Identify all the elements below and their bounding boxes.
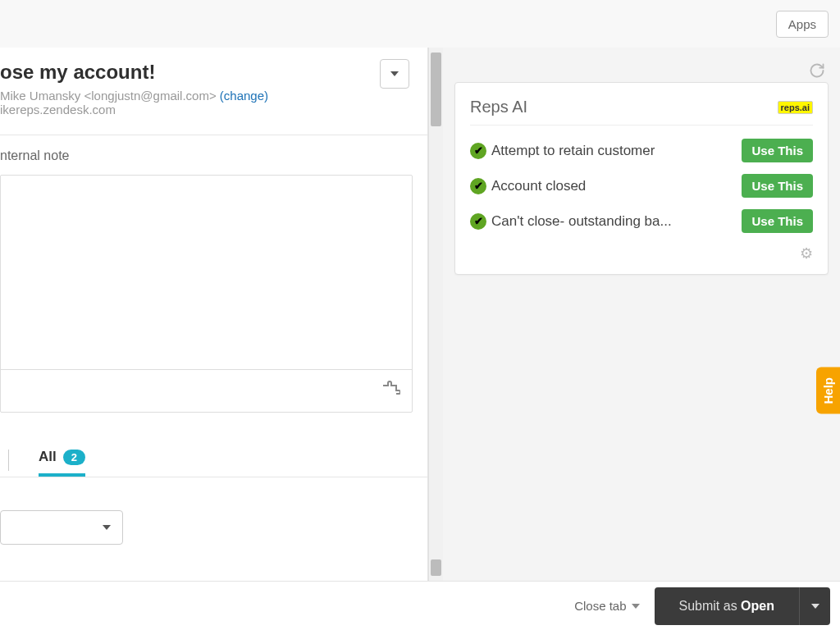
collapse-header-button[interactable] — [380, 59, 409, 89]
reps-ai-card: Reps AI reps.ai ✔ Attempt to retain cust… — [454, 82, 829, 275]
chevron-down-icon — [103, 525, 111, 530]
compose-textarea[interactable] — [1, 176, 412, 369]
scrollbar[interactable] — [428, 48, 443, 581]
ticket-subject: ose my account! — [0, 61, 413, 84]
ticket-requester: Mike Umansky <longjustn@gmail.com> (chan… — [0, 89, 413, 103]
ticket-header: ose my account! Mike Umansky <longjustn@… — [0, 48, 427, 126]
conversation-tabs: All 2 — [0, 449, 427, 477]
ticket-via: ikereps.zendesk.com — [0, 103, 413, 116]
apps-button[interactable]: Apps — [776, 11, 829, 38]
suggestion-text: Attempt to retain customer — [491, 143, 655, 159]
check-icon: ✔ — [470, 143, 486, 159]
reps-ai-logo: reps.ai — [778, 101, 813, 114]
apps-shortcut-icon[interactable] — [381, 381, 400, 401]
suggestion-text: Can't close- outstanding ba... — [491, 213, 672, 230]
suggestion-label: ✔ Account closed — [470, 178, 742, 194]
scroll-thumb[interactable] — [431, 52, 441, 126]
suggestion-row: ✔ Attempt to retain customer Use This — [470, 139, 813, 162]
suggestion-text: Account closed — [491, 178, 586, 194]
close-tab-label: Close tab — [574, 599, 626, 613]
chevron-down-icon — [632, 604, 640, 609]
help-tab[interactable]: Help — [816, 368, 840, 414]
suggestion-row: ✔ Account closed Use This — [470, 174, 813, 198]
submit-status: Open — [741, 599, 774, 613]
apps-sidebar: Reps AI reps.ai ✔ Attempt to retain cust… — [443, 48, 840, 581]
chevron-down-icon — [390, 71, 399, 76]
tab-all[interactable]: All 2 — [39, 449, 85, 477]
compose-footer — [1, 369, 412, 412]
scroll-thumb-bottom[interactable] — [431, 559, 441, 576]
submit-button[interactable]: Submit as Open — [655, 587, 799, 625]
suggestion-row: ✔ Can't close- outstanding ba... Use Thi… — [470, 209, 813, 233]
app-settings-row: ⚙ — [470, 244, 813, 262]
submit-group: Submit as Open — [655, 587, 830, 625]
close-tab-button[interactable]: Close tab — [574, 599, 639, 613]
use-this-button[interactable]: Use This — [742, 174, 813, 198]
reps-ai-header: Reps AI reps.ai — [470, 98, 813, 126]
ticket-footer: Close tab Submit as Open — [0, 581, 840, 630]
footer-dropdown[interactable] — [0, 510, 123, 545]
gear-icon[interactable]: ⚙ — [800, 244, 813, 262]
tab-all-label: All — [39, 449, 57, 465]
submit-status-dropdown[interactable] — [799, 587, 830, 625]
main-content: ose my account! Mike Umansky <longjustn@… — [0, 48, 840, 581]
use-this-button[interactable]: Use This — [742, 209, 813, 233]
refresh-icon[interactable] — [809, 62, 825, 79]
chevron-down-icon — [811, 604, 819, 609]
check-icon: ✔ — [470, 178, 486, 194]
requester-name: Mike Umansky <longjustn@gmail.com> — [0, 89, 220, 103]
tab-separator — [8, 450, 9, 471]
tab-all-count: 2 — [63, 450, 85, 465]
top-bar: Apps — [0, 0, 840, 48]
check-icon: ✔ — [470, 213, 486, 230]
suggestion-label: ✔ Attempt to retain customer — [470, 143, 742, 159]
reply-tab-internal-note[interactable]: nternal note — [0, 135, 427, 163]
submit-prefix: Submit as — [679, 599, 742, 613]
use-this-button[interactable]: Use This — [742, 139, 813, 162]
change-requester-link[interactable]: (change) — [220, 89, 268, 103]
ticket-pane: ose my account! Mike Umansky <longjustn@… — [0, 48, 428, 581]
compose-area — [0, 175, 413, 413]
reps-ai-title: Reps AI — [470, 98, 527, 116]
suggestion-label: ✔ Can't close- outstanding ba... — [470, 213, 742, 230]
